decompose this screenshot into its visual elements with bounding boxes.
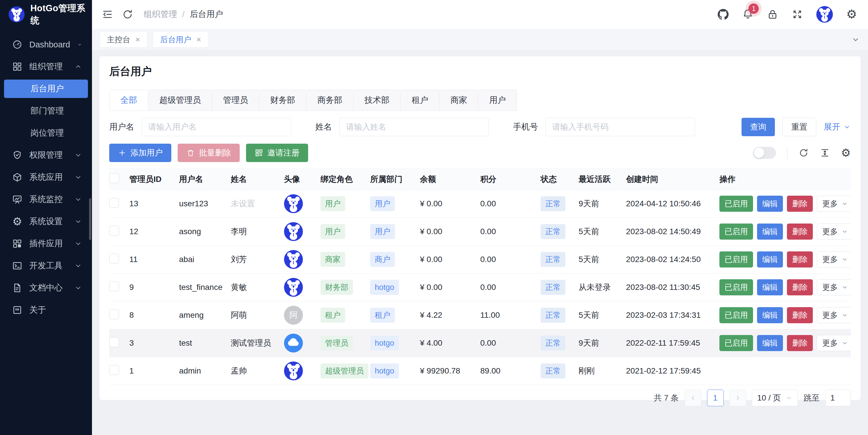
column-settings-gear-icon[interactable]: ⚙ bbox=[841, 147, 851, 158]
tabs-dropdown-chevron-icon[interactable] bbox=[851, 35, 860, 44]
role-tab-超级管理员[interactable]: 超级管理员 bbox=[148, 90, 212, 111]
sidebar-item-Dashboard[interactable]: Dashboard bbox=[4, 35, 88, 54]
close-icon[interactable]: × bbox=[135, 36, 140, 44]
dept-tag: 租户 bbox=[370, 308, 395, 323]
edit-button[interactable]: 编辑 bbox=[757, 335, 783, 351]
delete-button[interactable]: 删除 bbox=[787, 223, 813, 240]
sidebar-item-label: 开发工具 bbox=[29, 260, 63, 272]
delete-button[interactable]: 删除 bbox=[787, 196, 813, 212]
status-enabled-button[interactable]: 已启用 bbox=[719, 335, 753, 351]
column-header-姓名: 姓名 bbox=[231, 169, 284, 190]
filter-input-姓名[interactable] bbox=[339, 118, 489, 136]
sidebar-item-部门管理[interactable]: 部门管理 bbox=[4, 102, 88, 120]
status-enabled-button[interactable]: 已启用 bbox=[719, 307, 753, 323]
sidebar-item-开发工具[interactable]: 开发工具 bbox=[4, 256, 88, 275]
notifications-button[interactable]: 1 bbox=[742, 8, 754, 21]
settings-gear-icon[interactable]: ⚙ bbox=[846, 8, 857, 21]
sidebar-item-label: Dashboard bbox=[29, 40, 70, 50]
status-enabled-button[interactable]: 已启用 bbox=[719, 196, 753, 212]
close-icon[interactable]: × bbox=[196, 36, 201, 44]
delete-button[interactable]: 删除 bbox=[787, 279, 813, 296]
filter-input-用户名[interactable] bbox=[142, 118, 291, 136]
row-checkbox[interactable] bbox=[109, 309, 119, 319]
add-user-button[interactable]: 添加用户 bbox=[109, 144, 171, 162]
lock-screen-icon[interactable] bbox=[767, 9, 778, 20]
expand-filters-link[interactable]: 展开 bbox=[824, 121, 851, 133]
search-button[interactable]: 查询 bbox=[742, 118, 775, 136]
more-button[interactable]: 更多 bbox=[817, 335, 851, 351]
tab-chip-backend-users[interactable]: 后台用户 × bbox=[153, 32, 208, 48]
menu-fold-icon[interactable] bbox=[102, 9, 113, 20]
page-size-select[interactable]: 10 / 页 bbox=[752, 390, 798, 406]
cell-checkbox bbox=[109, 329, 129, 357]
row-checkbox[interactable] bbox=[109, 226, 119, 236]
invite-register-button[interactable]: 邀请注册 bbox=[246, 144, 308, 162]
row-density-icon[interactable] bbox=[820, 148, 830, 158]
sidebar-scrollbar[interactable] bbox=[89, 198, 91, 240]
jump-to-input[interactable] bbox=[826, 390, 851, 406]
user-avatar[interactable] bbox=[816, 6, 833, 23]
sidebar-item-文档中心[interactable]: 文档中心 bbox=[4, 279, 88, 297]
row-checkbox[interactable] bbox=[109, 365, 119, 375]
edit-button[interactable]: 编辑 bbox=[757, 196, 783, 212]
current-page-button[interactable]: 1 bbox=[707, 390, 724, 406]
next-page-button[interactable] bbox=[730, 390, 746, 406]
role-tab-用户[interactable]: 用户 bbox=[478, 90, 517, 111]
edit-button[interactable]: 编辑 bbox=[757, 251, 783, 268]
sidebar-item-系统设置[interactable]: ⚙系统设置 bbox=[4, 212, 88, 231]
more-button[interactable]: 更多 bbox=[817, 196, 851, 212]
role-tab-商务部[interactable]: 商务部 bbox=[306, 90, 353, 111]
sidebar-item-插件应用[interactable]: 插件应用 bbox=[4, 235, 88, 253]
column-header-余额: 余额 bbox=[420, 169, 480, 190]
app-logo-row[interactable]: HotGo管理系统 bbox=[0, 0, 92, 29]
row-checkbox[interactable] bbox=[109, 198, 119, 208]
cell-id: 13 bbox=[129, 190, 179, 218]
edit-button[interactable]: 编辑 bbox=[757, 223, 783, 240]
more-button[interactable]: 更多 bbox=[817, 251, 851, 268]
edit-button[interactable]: 编辑 bbox=[757, 279, 783, 296]
github-icon[interactable] bbox=[717, 9, 729, 20]
more-button[interactable]: 更多 bbox=[817, 307, 851, 323]
role-tab-全部[interactable]: 全部 bbox=[109, 90, 148, 111]
more-label: 更多 bbox=[822, 198, 838, 209]
striped-toggle[interactable] bbox=[753, 147, 776, 159]
more-button[interactable]: 更多 bbox=[817, 223, 851, 240]
sidebar-item-label: 系统设置 bbox=[29, 216, 63, 227]
app-title: HotGo管理系统 bbox=[30, 2, 92, 26]
breadcrumb-section[interactable]: 组织管理 bbox=[144, 9, 177, 20]
role-tab-技术部[interactable]: 技术部 bbox=[353, 90, 401, 111]
tab-chip-console[interactable]: 主控台 × bbox=[100, 32, 147, 48]
sidebar-item-系统应用[interactable]: 系统应用 bbox=[4, 168, 88, 186]
delete-button[interactable]: 删除 bbox=[787, 335, 813, 351]
sidebar-item-后台用户[interactable]: 后台用户 bbox=[4, 80, 88, 98]
status-enabled-button[interactable]: 已启用 bbox=[719, 223, 753, 240]
row-checkbox[interactable] bbox=[109, 337, 119, 347]
sidebar-item-权限管理[interactable]: 权限管理 bbox=[4, 146, 88, 164]
filter-input-手机号[interactable] bbox=[546, 118, 695, 136]
edit-button[interactable]: 编辑 bbox=[757, 307, 783, 323]
role-tab-财务部[interactable]: 财务部 bbox=[259, 90, 306, 111]
delete-button[interactable]: 删除 bbox=[787, 251, 813, 268]
row-checkbox[interactable] bbox=[109, 282, 119, 291]
prev-page-button[interactable] bbox=[685, 390, 701, 406]
sidebar-item-系统监控[interactable]: 系统监控 bbox=[4, 190, 88, 209]
more-button[interactable]: 更多 bbox=[817, 279, 851, 296]
select-all-checkbox[interactable] bbox=[109, 173, 119, 183]
role-tab-租户[interactable]: 租户 bbox=[401, 90, 439, 111]
sidebar-item-关于[interactable]: 关于 bbox=[4, 301, 88, 319]
reset-button[interactable]: 重置 bbox=[782, 118, 816, 136]
sidebar-item-组织管理[interactable]: 组织管理 bbox=[4, 58, 88, 76]
fullscreen-icon[interactable] bbox=[792, 9, 803, 20]
role-tab-商家[interactable]: 商家 bbox=[439, 90, 478, 111]
role-tab-管理员[interactable]: 管理员 bbox=[212, 90, 259, 111]
status-enabled-button[interactable]: 已启用 bbox=[719, 251, 753, 268]
status-enabled-button[interactable]: 已启用 bbox=[719, 279, 753, 296]
row-checkbox[interactable] bbox=[109, 254, 119, 263]
delete-button[interactable]: 删除 bbox=[787, 307, 813, 323]
table-row: 1admin孟帅超级管理员hotgo¥ 99290.7889.00正常刚刚202… bbox=[109, 357, 851, 385]
column-header-积分: 积分 bbox=[480, 169, 540, 190]
batch-delete-button[interactable]: 批量删除 bbox=[178, 144, 240, 162]
refresh-page-icon[interactable] bbox=[122, 9, 133, 20]
sidebar-item-岗位管理[interactable]: 岗位管理 bbox=[4, 124, 88, 142]
reload-table-icon[interactable] bbox=[799, 148, 809, 158]
